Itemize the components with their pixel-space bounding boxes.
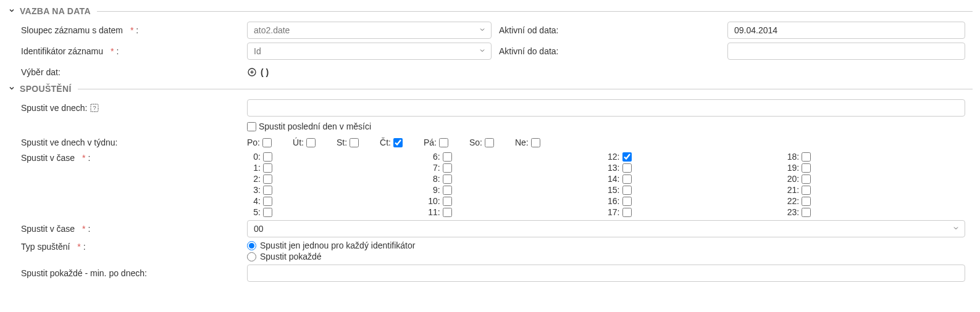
weekday-checkbox[interactable] <box>531 138 540 147</box>
hour-checkbox[interactable] <box>622 163 632 173</box>
hour-item: 4: <box>247 196 427 206</box>
hour-label: 4: <box>247 196 261 206</box>
hour-item: 10: <box>427 196 606 206</box>
hours-column: 18:19:20:21:22:23: <box>785 152 965 217</box>
hour-label: 1: <box>247 163 261 173</box>
hour-item: 3: <box>247 185 427 195</box>
hour-item: 14: <box>606 174 786 184</box>
hour-item: 17: <box>606 207 786 217</box>
hour-item: 16: <box>606 196 786 206</box>
hour-label: 5: <box>247 207 261 217</box>
section-title: VAZBA NA DATA <box>20 6 91 16</box>
hour-checkbox[interactable] <box>802 208 811 217</box>
required-star: * <box>82 224 85 234</box>
svg-text:?: ? <box>93 105 96 111</box>
aktivni-do-input[interactable] <box>727 43 965 60</box>
hour-item: 22: <box>785 196 965 206</box>
hour-label: 17: <box>606 207 620 217</box>
hour-checkbox[interactable] <box>263 152 272 162</box>
label-vyber-dat: Výběr dat: <box>7 67 247 77</box>
add-filter-button[interactable] <box>247 67 257 77</box>
weekday-checkbox[interactable] <box>393 138 403 147</box>
hour-label: 14: <box>606 174 620 184</box>
hour-checkbox[interactable] <box>802 197 811 206</box>
hour-checkbox[interactable] <box>443 152 452 162</box>
row-vyber-dat: Výběr dat: ( ) <box>7 63 973 81</box>
label-run-at: Spustit v čase *: <box>7 224 247 234</box>
label-aktivni-do: Aktivní do data: <box>499 46 727 56</box>
hour-label: 3: <box>247 185 261 195</box>
hour-item: 13: <box>606 163 786 173</box>
hour-label: 21: <box>785 185 799 195</box>
weekday-label: Po: <box>247 138 260 147</box>
min-days-input[interactable] <box>247 265 965 282</box>
run-at-select[interactable]: 00 <box>247 220 965 237</box>
required-star: * <box>111 46 114 56</box>
run-days-input[interactable] <box>247 99 965 117</box>
row-last-day: Spustit poslední den v měsíci <box>7 120 973 133</box>
label-run-hours: Spustit v čase *: <box>7 152 247 163</box>
weekday-item: Ne: <box>515 138 540 147</box>
hours-column: 6:7:8:9:10:11: <box>427 152 606 217</box>
hour-item: 0: <box>247 152 427 162</box>
hour-checkbox[interactable] <box>443 174 452 184</box>
section-header-vazba: VAZBA NA DATA <box>7 6 973 16</box>
run-type-radio-2[interactable]: Spustit pokaždé <box>247 252 965 261</box>
hour-checkbox[interactable] <box>443 197 452 206</box>
sloupec-select[interactable]: ato2.date <box>247 22 492 39</box>
weekday-checkbox[interactable] <box>350 138 359 147</box>
hour-checkbox[interactable] <box>802 152 811 162</box>
hour-checkbox[interactable] <box>443 208 452 217</box>
weekday-label: So: <box>469 138 482 147</box>
hour-checkbox[interactable] <box>263 186 272 195</box>
chevron-down-icon <box>952 224 960 234</box>
hour-item: 7: <box>427 163 606 173</box>
weekday-checkbox[interactable] <box>306 138 316 147</box>
row-sloupec: Sloupec záznamu s datem *: ato2.date Akt… <box>7 21 973 39</box>
hour-item: 5: <box>247 207 427 217</box>
hour-checkbox[interactable] <box>263 197 272 206</box>
label-run-type: Typ spuštění *: <box>7 240 247 252</box>
run-type-once-radio[interactable] <box>247 241 256 250</box>
identifikator-select[interactable]: Id <box>247 43 492 60</box>
hour-checkbox[interactable] <box>802 174 811 184</box>
hour-checkbox[interactable] <box>443 163 452 173</box>
hour-label: 19: <box>785 163 799 173</box>
hour-label: 20: <box>785 174 799 184</box>
hour-checkbox[interactable] <box>622 152 632 162</box>
hour-checkbox[interactable] <box>263 163 272 173</box>
hours-column: 12:13:14:15:16:17: <box>606 152 786 217</box>
hour-checkbox[interactable] <box>802 186 811 195</box>
hour-label: 11: <box>427 207 440 217</box>
hour-label: 16: <box>606 196 620 206</box>
weekday-checkbox[interactable] <box>485 138 494 147</box>
row-min-days: Spustit pokaždé - min. po dnech: <box>7 264 973 282</box>
hour-label: 6: <box>427 152 440 162</box>
run-type-radio-1[interactable]: Spustit jen jednou pro každý identifikát… <box>247 240 965 250</box>
hour-checkbox[interactable] <box>622 197 632 206</box>
chevron-down-icon <box>479 25 486 35</box>
help-icon[interactable]: ? <box>90 103 99 113</box>
hour-checkbox[interactable] <box>263 208 272 217</box>
collapse-icon[interactable] <box>7 7 16 16</box>
hour-item: 2: <box>247 174 427 184</box>
hour-checkbox[interactable] <box>802 163 811 173</box>
hour-checkbox[interactable] <box>622 186 632 195</box>
last-day-checkbox[interactable] <box>247 122 256 131</box>
hour-checkbox[interactable] <box>443 186 452 195</box>
hour-checkbox[interactable] <box>622 208 632 217</box>
weekday-label: Pá: <box>424 138 437 147</box>
row-run-at: Spustit v čase *: 00 <box>7 220 973 238</box>
hour-item: 18: <box>785 152 965 162</box>
section-header-spousteni: SPOUŠTĚNÍ <box>7 84 973 94</box>
weekday-checkbox[interactable] <box>262 138 272 147</box>
weekday-checkbox[interactable] <box>439 138 448 147</box>
hour-item: 21: <box>785 185 965 195</box>
hour-checkbox[interactable] <box>622 174 632 184</box>
hour-checkbox[interactable] <box>263 174 272 184</box>
collapse-icon[interactable] <box>7 84 16 94</box>
hour-label: 22: <box>785 196 799 206</box>
aktivni-od-input[interactable]: 09.04.2014 <box>727 22 965 39</box>
run-type-always-radio[interactable] <box>247 252 256 261</box>
hour-label: 13: <box>606 163 620 173</box>
